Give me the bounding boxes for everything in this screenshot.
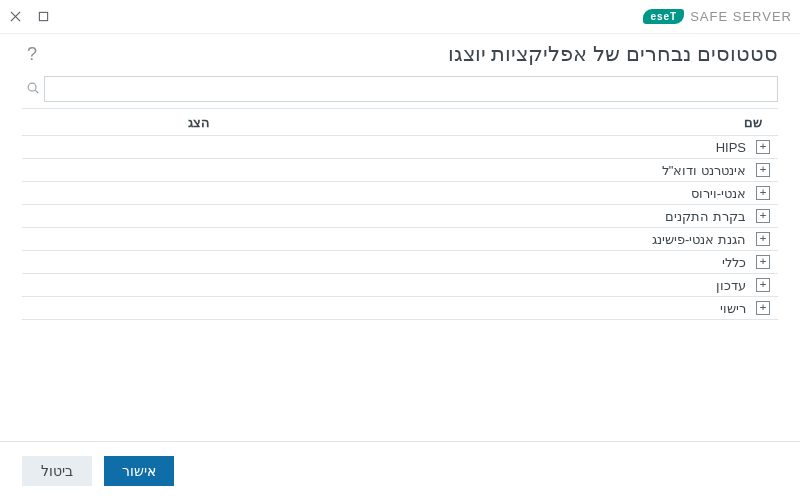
expand-icon[interactable]: + [756,140,770,154]
table-row[interactable]: +בקרת התקנים [22,205,778,228]
row-label: עדכון [716,278,752,293]
brand-badge: eseT [643,9,684,24]
column-name: שם [658,115,778,130]
table-row[interactable]: +עדכון [22,274,778,297]
table-row[interactable]: +רישוי [22,297,778,320]
dialog-footer: ביטול אישור [0,441,800,500]
help-icon[interactable]: ? [22,44,42,65]
dialog-title: סטטוסים נבחרים של אפליקציות יוצגו [42,42,778,66]
svg-line-2 [35,90,38,93]
row-label: HIPS [716,140,752,155]
search-icon[interactable] [22,81,44,98]
expand-icon[interactable]: + [756,255,770,269]
svg-point-1 [28,83,36,91]
table-row[interactable]: +אינטרנט ודוא"ל [22,159,778,182]
expand-icon[interactable]: + [756,232,770,246]
dialog-header: ? סטטוסים נבחרים של אפליקציות יוצגו [0,34,800,76]
ok-button[interactable]: אישור [104,456,174,486]
expand-icon[interactable]: + [756,163,770,177]
expand-icon[interactable]: + [756,278,770,292]
row-label: הגנת אנטי-פישינג [652,232,752,247]
row-label: כללי [722,255,752,270]
window-titlebar: eseT SAFE SERVER [0,0,800,34]
search-row [0,76,800,108]
close-icon[interactable] [8,10,22,24]
brand: eseT SAFE SERVER [643,9,792,24]
maximize-icon[interactable] [36,10,50,24]
table-row[interactable]: +HIPS [22,136,778,159]
row-label: בקרת התקנים [665,209,752,224]
table-row[interactable]: +אנטי-וירוס [22,182,778,205]
expand-icon[interactable]: + [756,301,770,315]
status-table: הצג שם +HIPS+אינטרנט ודוא"ל+אנטי-וירוס+ב… [0,108,800,441]
expand-icon[interactable]: + [756,186,770,200]
row-label: אנטי-וירוס [691,186,752,201]
table-row[interactable]: +כללי [22,251,778,274]
brand-product: SAFE SERVER [690,9,792,24]
svg-rect-0 [39,12,47,20]
row-label: אינטרנט ודוא"ל [662,163,752,178]
expand-icon[interactable]: + [756,209,770,223]
column-show: הצג [22,115,222,130]
table-row[interactable]: +הגנת אנטי-פישינג [22,228,778,251]
cancel-button[interactable]: ביטול [22,456,92,486]
search-input[interactable] [44,76,778,102]
row-label: רישוי [720,301,752,316]
table-header: הצג שם [22,108,778,136]
